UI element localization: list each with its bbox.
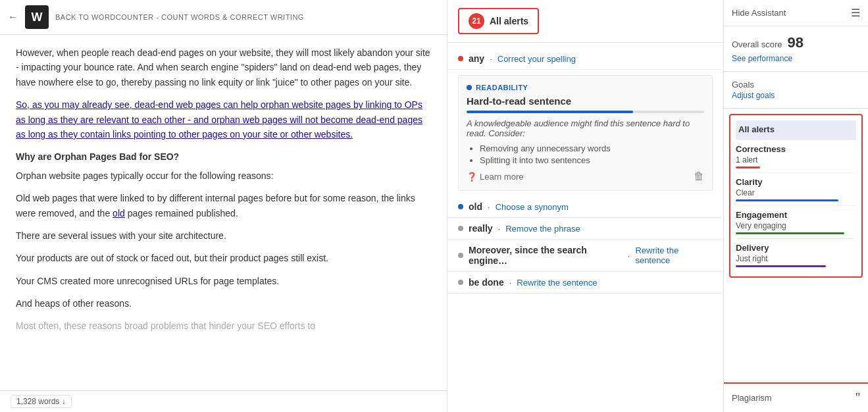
alert-dot-red: [458, 56, 463, 61]
alert-keyword-bedone: be done: [469, 277, 504, 288]
readability-title: Hard-to-read sentence: [467, 95, 704, 107]
editor-paragraph-10: Most often, these reasons broad problems…: [16, 319, 431, 333]
score-panel: Hide Assistant ☰ Overall score 98 See pe…: [724, 0, 868, 412]
suggestion-2: Splitting it into two sentences: [480, 155, 704, 165]
alerts-content: any · Correct your spelling READABILITY …: [447, 43, 723, 412]
word-count-arrow: ↓: [62, 397, 66, 406]
metric-value-clarity: Clear: [736, 188, 856, 197]
editor-paragraph-9: And heaps of other reasons.: [16, 296, 431, 311]
readability-progress-bar: [467, 111, 633, 113]
editor-paragraph-6: There are several issues with your site …: [16, 228, 431, 243]
overall-score-row: Overall score 98: [732, 34, 860, 51]
plagiarism-section[interactable]: Plagiarism ": [724, 382, 868, 412]
overall-score-section: Overall score 98 See performance: [724, 26, 868, 72]
word-count-value: 1,328 words: [16, 397, 59, 406]
readability-progress-bar-container: [467, 111, 704, 113]
editor-paragraph-4: Orphan website pages typically occur for…: [16, 168, 431, 183]
metric-item-all-alerts[interactable]: All alerts: [736, 120, 856, 140]
metric-value-correctness: 1 alert: [736, 155, 856, 165]
readability-description: A knowledgeable audience might find this…: [467, 118, 704, 138]
alert-separator-moreover: ·: [628, 251, 630, 261]
all-alerts-label: All alerts: [490, 16, 528, 26]
editor-header: ← W BACK TO WORDCOUNTER - COUNT WORDS & …: [0, 0, 447, 35]
suggestion-1: Removing any unnecessary words: [480, 143, 704, 153]
metric-name-engagement: Engagement: [736, 210, 856, 220]
word-count-bar: 1,328 words ↓: [0, 390, 447, 412]
goals-section: Goals Adjust goals: [724, 72, 868, 109]
goals-label: Goals: [732, 80, 860, 90]
hide-assistant-button[interactable]: Hide Assistant: [732, 8, 786, 18]
alert-dot-gray-really: [458, 226, 463, 231]
metric-item-correctness[interactable]: Correctness 1 alert: [736, 140, 856, 173]
alert-item-bedone[interactable]: be done · Rewrite the sentence: [447, 272, 723, 294]
metric-bar-engagement: [736, 232, 844, 234]
editor-paragraph-5: Old web pages that were linked to by dif…: [16, 191, 431, 220]
metric-bar-correctness: [736, 167, 760, 168]
editor-paragraph-8: Your CMS created more unrecognised URLs …: [16, 274, 431, 288]
alert-separator-really: ·: [498, 224, 501, 234]
alert-dot-blue: [458, 204, 463, 209]
alerts-panel: 21 All alerts any · Correct your spellin…: [447, 0, 724, 412]
word-count-badge[interactable]: 1,328 words ↓: [11, 395, 72, 408]
alert-dot-gray-bedone: [458, 280, 463, 285]
metric-name-clarity: Clarity: [736, 177, 856, 187]
question-icon: ❓: [467, 172, 477, 182]
alert-keyword-old: old: [469, 201, 482, 212]
learn-more-row: ❓ Learn more 🗑: [467, 170, 704, 182]
alert-keyword-really: really: [469, 223, 493, 234]
delete-icon[interactable]: 🗑: [694, 170, 704, 182]
overall-score-label: Overall score: [732, 39, 782, 49]
alert-action-bedone: Rewrite the sentence: [517, 278, 597, 288]
metric-name-all-alerts: All alerts: [738, 124, 854, 134]
metric-value-delivery: Just right: [736, 254, 856, 263]
plagiarism-icon: ": [855, 390, 860, 405]
menu-icon[interactable]: ☰: [851, 7, 860, 19]
alert-action-moreover: Rewrite the sentence: [635, 245, 713, 265]
alert-dot-gray-moreover: [458, 253, 463, 258]
alerts-header: 21 All alerts: [447, 0, 723, 43]
readability-suggestions-list: Removing any unnecessary words Splitting…: [467, 143, 704, 165]
overall-score-value: 98: [788, 34, 804, 51]
see-performance-link[interactable]: See performance: [732, 54, 860, 63]
alert-keyword-moreover: Moreover, since the search engine…: [469, 245, 623, 266]
linked-text[interactable]: So, as you may already see, dead-end web…: [16, 99, 422, 140]
back-arrow[interactable]: ←: [8, 11, 18, 23]
metric-name-delivery: Delivery: [736, 243, 856, 253]
alert-separator-old: ·: [488, 202, 490, 212]
alert-item-old[interactable]: old · Choose a synonym: [447, 196, 723, 218]
alert-action-old: Choose a synonym: [496, 202, 569, 212]
alert-separator-any: ·: [490, 54, 492, 64]
readability-label: READABILITY: [467, 84, 704, 91]
metric-value-engagement: Very engaging: [736, 221, 856, 230]
metrics-section: All alerts Correctness 1 alert Clarity C…: [729, 114, 863, 278]
score-header: Hide Assistant ☰: [724, 0, 868, 26]
alerts-count-badge: 21: [469, 13, 484, 29]
alert-action-really: Remove the phrase: [505, 224, 580, 234]
alert-action-any: Correct your spelling: [498, 54, 576, 64]
readability-section: READABILITY Hard-to-read sentence A know…: [458, 75, 713, 191]
editor-paragraph-1: However, when people reach dead-end page…: [16, 45, 431, 90]
learn-more-label: Learn more: [480, 172, 523, 182]
metric-item-clarity[interactable]: Clarity Clear: [736, 173, 856, 206]
plagiarism-label: Plagiarism: [732, 393, 772, 403]
editor-paragraph-linked: So, as you may already see, dead-end web…: [16, 97, 431, 142]
editor-panel: ← W BACK TO WORDCOUNTER - COUNT WORDS & …: [0, 0, 447, 412]
metric-item-delivery[interactable]: Delivery Just right: [736, 239, 856, 271]
editor-paragraph-7: Your products are out of stock or faced …: [16, 251, 431, 265]
wordcounter-logo: W: [25, 5, 49, 29]
editor-content[interactable]: However, when people reach dead-end page…: [0, 35, 447, 390]
adjust-goals-link[interactable]: Adjust goals: [732, 91, 860, 100]
alert-item-moreover[interactable]: Moreover, since the search engine… · Rew…: [447, 240, 723, 272]
editor-heading-1: Why are Orphan Pages Bad for SEO?: [16, 149, 431, 164]
alert-item-really[interactable]: really · Remove the phrase: [447, 218, 723, 240]
alert-item-any[interactable]: any · Correct your spelling: [447, 48, 723, 70]
alert-keyword-any: any: [469, 53, 484, 64]
header-nav-link[interactable]: BACK TO WORDCOUNTER - COUNT WORDS & CORR…: [55, 13, 304, 21]
alert-separator-bedone: ·: [509, 278, 512, 288]
metric-bar-clarity: [736, 199, 838, 201]
metric-bar-delivery: [736, 265, 826, 267]
learn-more-button[interactable]: ❓ Learn more: [467, 172, 523, 182]
metric-name-correctness: Correctness: [736, 144, 856, 154]
all-alerts-button[interactable]: 21 All alerts: [458, 8, 539, 34]
metric-item-engagement[interactable]: Engagement Very engaging: [736, 206, 856, 239]
